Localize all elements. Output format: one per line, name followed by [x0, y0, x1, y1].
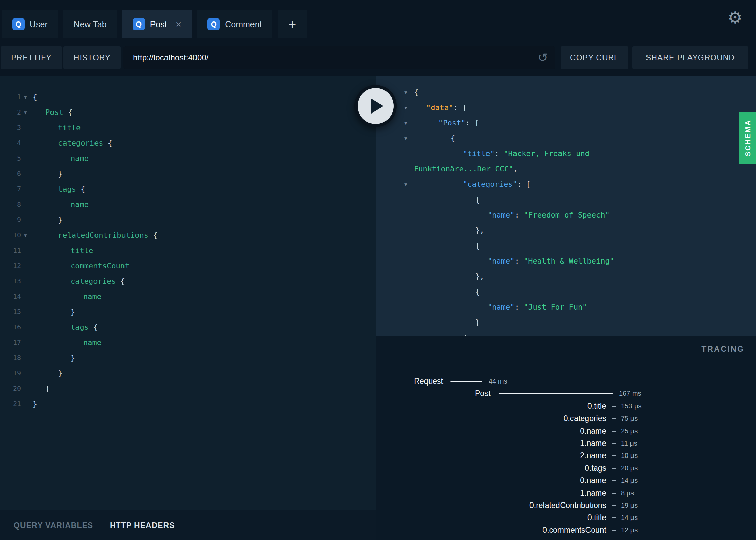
tab-post[interactable]: QPost×: [122, 10, 192, 38]
tab-new-tab[interactable]: New Tab: [63, 10, 117, 38]
line-number: 15: [0, 304, 21, 319]
tracing-row: 1.name11 μs: [376, 437, 756, 449]
tab-comment[interactable]: QComment: [197, 10, 272, 38]
code-text: "name": "Health & Wellbeing": [488, 253, 614, 269]
fold-arrow-icon[interactable]: ▼: [404, 100, 407, 116]
new-tab-button[interactable]: +: [278, 10, 307, 38]
response-line: ▼{: [376, 85, 756, 100]
copy-curl-button[interactable]: COPY CURL: [561, 46, 628, 69]
tabs: QUserNew TabQPost×QComment+: [2, 10, 307, 38]
line-number: 1: [0, 89, 21, 105]
reload-schema-icon[interactable]: ↺: [538, 46, 548, 69]
tracing-time: 14 μs: [621, 511, 638, 524]
fold-arrow-icon[interactable]: ▼: [404, 85, 407, 100]
tracing-label: 0.title: [376, 400, 606, 412]
editor-line: 19}: [0, 365, 376, 381]
token: "title": [463, 149, 495, 158]
token: : {: [453, 103, 467, 112]
token: : [: [465, 119, 479, 127]
token: {: [475, 195, 480, 204]
tracing-row: Post167 ms: [376, 387, 756, 400]
tracing-row: 0.name25 μs: [376, 425, 756, 437]
endpoint-url-input[interactable]: http://localhost:4000/ ↺: [123, 46, 555, 69]
response-line: Funktionäre...Der CCC",: [376, 161, 756, 177]
fold-arrow-icon[interactable]: ▼: [24, 90, 27, 105]
code-text: relatedContributions {: [58, 227, 157, 243]
fold-arrow-icon[interactable]: ▼: [24, 228, 27, 243]
code-text: title: [58, 120, 81, 135]
code-text: "Post": [: [438, 115, 479, 131]
token: {: [89, 323, 98, 331]
line-number: 7: [0, 181, 21, 197]
tracing-label: Post: [376, 387, 491, 400]
token: Funktionäre...Der CCC": [414, 165, 513, 173]
editor-line: 4categories {: [0, 135, 376, 151]
line-number: 20: [0, 381, 21, 396]
token: {: [76, 185, 85, 193]
response-line: },: [376, 269, 756, 284]
code-text: tags {: [71, 319, 98, 335]
http-headers-tab[interactable]: HTTP HEADERS: [110, 510, 175, 540]
token: "categories": [463, 180, 517, 189]
code-text: name: [71, 151, 89, 166]
history-button[interactable]: HISTORY: [63, 46, 121, 69]
tracing-label: 0.name: [376, 425, 606, 437]
line-number: 2: [0, 105, 21, 120]
duration-dash: [612, 505, 616, 506]
code-text: "categories": [: [463, 177, 531, 192]
tracing-title[interactable]: TRACING: [701, 345, 744, 354]
response-json: ▼{▼"data": {▼"Post": [▼{"title": "Hacker…: [376, 76, 756, 336]
editor-line: 5name: [0, 151, 376, 166]
duration-bar: [450, 381, 482, 382]
editor-line: 7tags {: [0, 181, 376, 197]
fold-arrow-icon[interactable]: ▼: [404, 131, 407, 146]
response-line: {: [376, 192, 756, 207]
token: }: [475, 318, 480, 327]
code-text: },: [475, 269, 484, 284]
line-number: 17: [0, 335, 21, 350]
token: : [: [517, 180, 531, 189]
token: :: [495, 149, 504, 158]
token: "Freedom of Speech": [524, 211, 610, 219]
endpoint-url-text: http://localhost:4000/: [133, 53, 208, 62]
tracing-row: Request44 ms: [376, 375, 756, 387]
token: {: [103, 139, 112, 147]
fold-arrow-icon[interactable]: ▼: [404, 177, 407, 192]
fold-arrow-icon[interactable]: ▼: [404, 116, 407, 131]
token: Post: [45, 108, 63, 117]
line-number: 14: [0, 289, 21, 304]
execute-query-button[interactable]: [354, 85, 397, 127]
response-line: ▼"data": {: [376, 100, 756, 115]
code-text: "name": "Just For Fun": [488, 299, 587, 315]
fold-arrow-icon[interactable]: ▼: [24, 105, 27, 120]
schema-side-tab[interactable]: SCHEMA: [739, 112, 756, 164]
code-text: },: [475, 223, 484, 238]
code-text: }: [71, 350, 75, 365]
query-variables-tab[interactable]: QUERY VARIABLES: [14, 510, 93, 540]
prettify-button[interactable]: PRETTIFY: [1, 46, 62, 69]
code-text: Post {: [45, 105, 72, 120]
code-text: ]: [463, 330, 467, 336]
tracing-row: 0.relatedContributions19 μs: [376, 499, 756, 511]
token: tags: [58, 185, 76, 193]
token: relatedContributions: [58, 231, 148, 239]
token: {: [63, 108, 73, 117]
tracing-row: 1.name8 μs: [376, 487, 756, 499]
code-text: }: [58, 212, 62, 227]
editor-line: 8name: [0, 197, 376, 212]
response-line: ]: [376, 330, 756, 336]
close-tab-icon[interactable]: ×: [176, 19, 182, 29]
query-editor[interactable]: 1▼{2▼Post {3title4categories {5name6}7ta…: [0, 76, 376, 510]
settings-gear-icon[interactable]: ⚙: [728, 10, 742, 26]
duration-dash: [612, 468, 616, 469]
tab-user[interactable]: QUser: [2, 10, 58, 38]
code-text: name: [71, 197, 89, 212]
tracing-row: 0.title14 μs: [376, 511, 756, 524]
tracing-row: 2.name10 μs: [376, 449, 756, 462]
editor-line: 6}: [0, 166, 376, 181]
token: {: [148, 231, 158, 239]
line-number: 10: [0, 227, 21, 243]
token: name: [83, 338, 101, 347]
duration-bar: [499, 393, 613, 394]
share-playground-button[interactable]: SHARE PLAYGROUND: [632, 46, 748, 69]
